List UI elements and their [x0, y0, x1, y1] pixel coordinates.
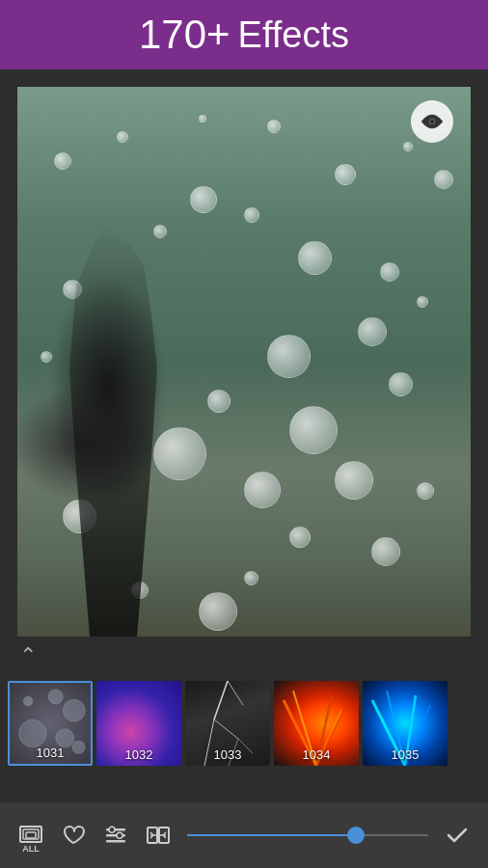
compare-icon	[145, 822, 172, 849]
filter-button[interactable]	[95, 814, 137, 856]
thumb-label-1031: 1031	[10, 746, 91, 760]
svg-point-6	[56, 729, 74, 747]
header: 170+ Effects	[0, 0, 488, 69]
heart-icon	[60, 822, 87, 849]
intensity-slider[interactable]	[187, 834, 428, 836]
svg-point-1	[431, 121, 434, 123]
effect-thumb-1032[interactable]: 1032	[96, 681, 181, 766]
svg-line-10	[214, 719, 238, 739]
bottom-toolbar: ALL	[0, 802, 488, 868]
svg-point-29	[109, 827, 115, 832]
svg-point-4	[63, 699, 85, 721]
thumb-label-1034: 1034	[274, 747, 359, 762]
svg-point-5	[19, 719, 47, 747]
svg-rect-25	[26, 832, 36, 838]
thumb-label-1033: 1033	[185, 747, 270, 762]
svg-point-30	[117, 832, 122, 838]
all-label: ALL	[22, 844, 40, 854]
preview-eye-button[interactable]	[411, 100, 453, 143]
chevron-up-icon: ⌃	[19, 645, 37, 666]
favorites-button[interactable]	[52, 814, 95, 856]
thumb-label-1032: 1032	[96, 747, 181, 762]
filter-icon	[102, 822, 129, 849]
slider-thumb[interactable]	[347, 827, 365, 844]
all-effects-button[interactable]: ALL	[10, 814, 52, 856]
svg-point-3	[48, 690, 63, 704]
effects-count: 170+	[139, 12, 230, 58]
thumb-label-1035: 1035	[363, 747, 447, 762]
eye-icon	[420, 113, 445, 130]
checkmark-icon	[444, 822, 471, 849]
effect-thumb-1031[interactable]: 1031	[8, 681, 93, 766]
svg-point-2	[23, 696, 33, 706]
svg-rect-28	[106, 840, 125, 843]
thumbnail-strip: 1031 1032 1033 1034 1	[0, 675, 488, 772]
svg-line-13	[228, 681, 243, 705]
done-button[interactable]	[436, 814, 478, 856]
collapse-button[interactable]: ⌃	[0, 637, 488, 675]
main-image-container	[17, 87, 471, 637]
effect-thumb-1035[interactable]: 1035	[363, 681, 447, 766]
slider-fill	[187, 834, 356, 836]
compare-button[interactable]	[137, 814, 179, 856]
effect-thumb-1034[interactable]: 1034	[274, 681, 359, 766]
effect-thumb-1033[interactable]: 1033	[185, 681, 270, 766]
svg-line-8	[214, 681, 228, 719]
main-photo	[17, 87, 471, 637]
effects-label: Effects	[238, 14, 349, 56]
slider-track	[187, 834, 428, 836]
